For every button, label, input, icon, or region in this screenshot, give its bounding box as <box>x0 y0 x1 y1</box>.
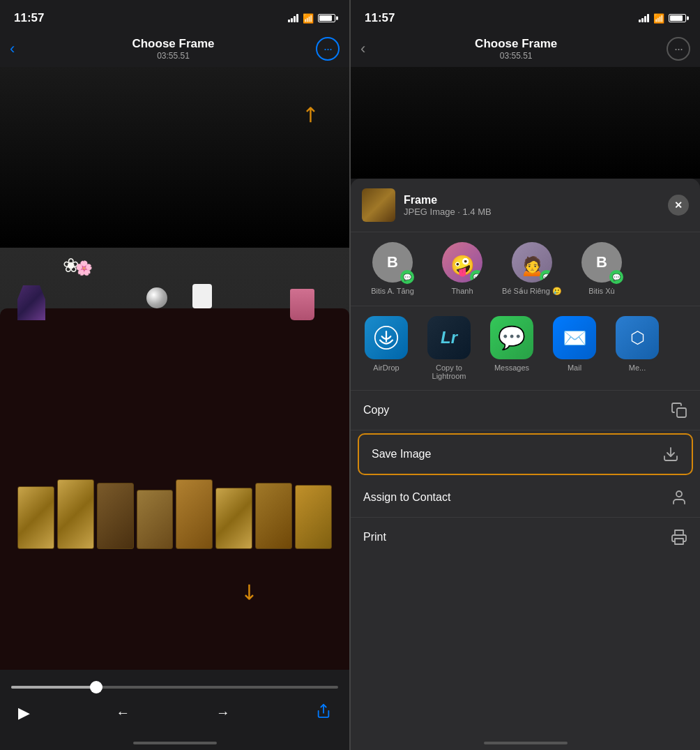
share-button-left[interactable] <box>316 703 331 722</box>
video-frame-left <box>0 67 349 670</box>
status-time-left: 11:57 <box>14 11 44 25</box>
home-indicator-right <box>351 736 700 750</box>
share-thumb-inner <box>362 188 395 222</box>
contact-avatar-bitis-a: B <box>372 242 413 283</box>
share-header: Frame JPEG Image · 1.4 MB ✕ <box>351 179 700 232</box>
messages-badge-bitis-xu <box>609 270 623 284</box>
action-label-assign-contact: Assign to Contact <box>363 491 450 504</box>
contact-avatar-thanh: 🤪 <box>442 242 482 283</box>
back-button-left[interactable]: ‹ <box>10 40 31 58</box>
app-item-airdrop[interactable]: AirDrop <box>355 316 418 380</box>
progress-thumb[interactable] <box>90 681 102 693</box>
status-icons-right: 📶 <box>639 13 686 24</box>
nav-center-right: Choose Frame 03:55.51 <box>365 37 667 61</box>
nav-bar-right: ‹ Choose Frame 03:55.51 ··· <box>351 31 700 67</box>
card-3 <box>97 483 134 549</box>
wifi-icon-right: 📶 <box>653 13 664 24</box>
pink-cup <box>290 289 314 320</box>
svg-rect-5 <box>675 539 683 544</box>
apps-row: AirDrop Lr Copy to Lightroom 💬 Messages … <box>351 306 700 391</box>
contact-name-thanh: Thanh <box>451 287 473 295</box>
app-item-messages[interactable]: 💬 Messages <box>480 316 543 380</box>
share-file-info: Frame JPEG Image · 1.4 MB <box>404 194 660 217</box>
playback-buttons: ▶ ← → <box>11 703 338 722</box>
signal-icon-left <box>288 14 298 22</box>
right-panel: 11:57 📶 ‹ Choose Frame 03:55.51 ··· <box>351 0 700 750</box>
card-row <box>17 472 332 549</box>
contact-item-thanh[interactable]: 🤪 Thanh <box>427 242 497 296</box>
app-item-more[interactable]: ⬡ Me... <box>606 316 669 380</box>
left-panel: 11:57 📶 ‹ Choose Frame 03:55.51 ··· <box>0 0 349 750</box>
app-icon-airdrop <box>365 316 408 359</box>
action-row-print[interactable]: Print <box>351 518 700 557</box>
action-label-print: Print <box>363 531 386 543</box>
video-preview-right <box>351 67 700 179</box>
action-row-save-image[interactable]: Save Image <box>358 433 693 475</box>
action-row-copy[interactable]: Copy <box>351 391 700 430</box>
app-name-more: Me... <box>629 363 646 372</box>
purple-crystal <box>17 285 45 320</box>
battery-icon-right <box>669 14 686 22</box>
status-bar-right: 11:57 📶 <box>351 0 700 31</box>
signal-icon-right <box>639 14 649 22</box>
frame-forward-button[interactable]: → <box>216 705 230 721</box>
nav-center-left: Choose Frame 03:55.51 <box>31 37 316 61</box>
contact-item-be-sau-rieng[interactable]: 🙍 Bé Sầu Riêng 🥲 <box>497 242 567 296</box>
frame-back-button[interactable]: ← <box>116 705 130 721</box>
share-file-meta: JPEG Image · 1.4 MB <box>404 207 660 217</box>
home-bar-right <box>484 742 568 744</box>
card-8 <box>295 485 332 549</box>
nav-subtitle-right: 03:55.51 <box>365 51 667 61</box>
action-list: Copy Save Image Assign to Contact <box>351 391 700 736</box>
app-name-mail: Mail <box>568 363 581 372</box>
contact-item-bitis-xu[interactable]: B Bitis Xù <box>567 242 637 296</box>
action-row-assign-contact[interactable]: Assign to Contact <box>351 478 700 518</box>
status-time-right: 11:57 <box>365 11 395 25</box>
progress-bar-container[interactable] <box>11 677 338 698</box>
nav-bar-left: ‹ Choose Frame 03:55.51 ··· <box>0 31 349 67</box>
more-button-right[interactable]: ··· <box>667 37 690 61</box>
app-name-lightroom: Copy to Lightroom <box>432 363 466 380</box>
battery-icon-left <box>318 14 335 22</box>
home-bar-left <box>133 742 217 744</box>
back-button-right[interactable]: ‹ <box>360 40 365 58</box>
wifi-icon-left: 📶 <box>303 13 314 24</box>
share-thumbnail <box>362 188 395 222</box>
svg-point-4 <box>676 491 682 497</box>
contact-name-bitis-xu: Bitis Xù <box>588 287 614 295</box>
progress-track[interactable] <box>11 686 338 689</box>
video-area-left: ↗ ↘ <box>0 67 349 670</box>
player-controls: ▶ ← → <box>0 670 349 736</box>
svg-rect-2 <box>677 408 686 417</box>
nav-title-left: Choose Frame <box>31 37 316 51</box>
share-close-button[interactable]: ✕ <box>668 195 689 216</box>
app-icon-mail: ✉️ <box>553 316 596 359</box>
app-item-lightroom[interactable]: Lr Copy to Lightroom <box>418 316 480 380</box>
app-item-mail[interactable]: ✉️ Mail <box>543 316 606 380</box>
contact-item-bitis-a[interactable]: B Bitis A. Tăng <box>358 242 427 296</box>
app-icon-more: ⬡ <box>616 316 659 359</box>
play-button[interactable]: ▶ <box>18 704 30 722</box>
lr-text: Lr <box>441 328 457 347</box>
action-label-save-image: Save Image <box>372 448 431 460</box>
card-6 <box>215 488 252 549</box>
messages-badge-thanh <box>470 270 482 283</box>
action-label-copy: Copy <box>363 404 389 417</box>
card-4 <box>137 490 174 549</box>
app-name-airdrop: AirDrop <box>373 363 399 372</box>
close-icon: ✕ <box>674 200 683 211</box>
app-name-messages: Messages <box>494 363 529 372</box>
more-dots-left: ··· <box>324 42 332 57</box>
card-7 <box>255 483 292 549</box>
progress-fill <box>11 686 102 689</box>
crystal-ball <box>146 287 167 308</box>
more-dots-right: ··· <box>674 42 683 57</box>
card-2 <box>57 479 94 549</box>
nav-subtitle-left: 03:55.51 <box>31 51 316 61</box>
more-button-left[interactable]: ··· <box>316 37 340 61</box>
app-icon-messages: 💬 <box>490 316 533 359</box>
contact-avatar-bitis-xu: B <box>581 242 622 283</box>
home-indicator-left <box>0 736 349 750</box>
status-bar-left: 11:57 📶 <box>0 0 349 31</box>
contact-avatar-be-sau-rieng: 🙍 <box>512 242 552 283</box>
